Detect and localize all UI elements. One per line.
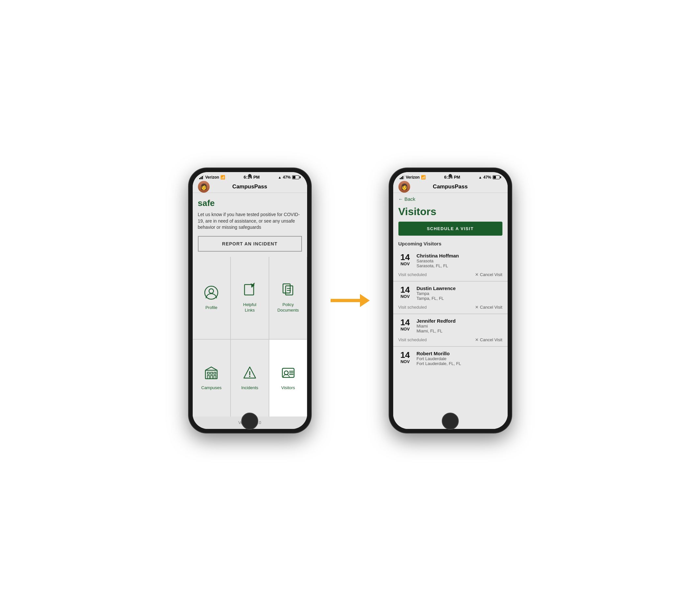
cancel-label-0: Cancel Visit xyxy=(480,272,502,277)
svg-rect-8 xyxy=(207,372,209,374)
profile-icon xyxy=(204,286,219,302)
home-button-2[interactable] xyxy=(442,413,459,429)
menu-item-helpful-links-label: Helpful Links xyxy=(243,302,256,313)
visitor-name-0: Christina Hoffman xyxy=(417,253,502,258)
visitor-month-1: NOV xyxy=(400,294,409,299)
upcoming-visitors-header: Upcoming Visitors xyxy=(393,239,508,249)
cancel-label-1: Cancel Visit xyxy=(480,305,502,310)
safe-description: Let us know if you have tested positive … xyxy=(198,211,302,231)
cancel-label-2: Cancel Visit xyxy=(480,337,502,342)
wifi-icon-2: 📶 xyxy=(421,175,426,180)
cancel-x-icon-0: ✕ xyxy=(475,272,479,277)
battery-pct-2: 47% xyxy=(483,175,491,180)
cancel-visit-0[interactable]: ✕ Cancel Visit xyxy=(475,272,502,277)
visitor-name-1: Dustin Lawrence xyxy=(417,286,502,291)
nav-title-2: CampusPass xyxy=(433,183,468,190)
incidents-icon xyxy=(243,366,257,382)
visitor-month-0: NOV xyxy=(400,261,409,266)
visitor-date-0: 14 NOV xyxy=(398,253,412,266)
menu-item-profile[interactable]: Profile xyxy=(193,257,230,339)
menu-item-campuses[interactable]: Campuses xyxy=(193,340,230,417)
cancel-x-icon-1: ✕ xyxy=(475,305,479,310)
visit-status-1: Visit scheduled xyxy=(398,305,427,310)
visitor-location-2: Miami, FL, FL xyxy=(417,329,502,333)
visitor-name-3: Robert Morillo xyxy=(417,351,502,356)
campuses-icon xyxy=(204,366,219,382)
report-incident-button[interactable]: REPORT AN INCIDENT xyxy=(198,236,302,252)
visitor-info-1: Dustin Lawrence Tampa Tampa, FL, FL xyxy=(417,286,502,301)
phone-1: Verizon 📶 6:14 PM ▲ 47% 👩 C xyxy=(189,168,311,433)
svg-rect-12 xyxy=(210,375,212,379)
visitor-city-1: Tampa xyxy=(417,291,502,296)
battery-pct-1: 47% xyxy=(283,175,291,180)
policy-docs-icon xyxy=(281,283,295,299)
signal-icon-2 xyxy=(400,175,405,179)
svg-point-0 xyxy=(205,286,218,299)
visitor-top-2: 14 NOV Jennifer Redford Miami Miami, FL,… xyxy=(398,318,502,333)
svg-point-15 xyxy=(249,376,250,377)
screen-content-1: safe Let us know if you have tested posi… xyxy=(193,193,307,429)
arrow-container xyxy=(331,291,370,310)
safe-section: safe Let us know if you have tested posi… xyxy=(193,193,307,257)
svg-rect-9 xyxy=(210,372,212,374)
visitor-city-2: Miami xyxy=(417,324,502,329)
screen-content-2: ← Back Visitors SCHEDULE A VISIT Upcomin… xyxy=(393,193,508,429)
avatar-1[interactable]: 👩 xyxy=(198,181,210,192)
status-left-2: Verizon 📶 xyxy=(400,175,426,180)
menu-item-visitors[interactable]: Visitors xyxy=(269,340,307,417)
back-link[interactable]: ← Back xyxy=(393,193,508,203)
visitor-info-0: Christina Hoffman Sarasota Sarasota, FL,… xyxy=(417,253,502,268)
menu-item-incidents[interactable]: Incidents xyxy=(231,340,269,417)
menu-item-helpful-links[interactable]: Helpful Links xyxy=(231,257,269,339)
visitor-day-1: 14 xyxy=(400,286,410,294)
visitors-icon xyxy=(281,366,295,382)
visitor-date-1: 14 NOV xyxy=(398,286,412,299)
menu-item-policy-docs[interactable]: Policy Documents xyxy=(269,257,307,339)
menu-item-visitors-label: Visitors xyxy=(281,385,295,391)
safe-label: safe xyxy=(198,198,302,208)
home-button-1[interactable] xyxy=(241,413,258,429)
location-icon-1: ▲ xyxy=(278,175,282,179)
menu-item-profile-label: Profile xyxy=(205,305,218,311)
visitor-info-2: Jennifer Redford Miami Miami, FL, FL xyxy=(417,318,502,333)
battery-icon-1 xyxy=(292,175,301,179)
visitor-info-3: Robert Morillo Fort Lauderdale Fort Laud… xyxy=(417,351,502,366)
svg-rect-13 xyxy=(214,375,216,379)
visitor-month-2: NOV xyxy=(400,326,409,332)
menu-item-policy-docs-label: Policy Documents xyxy=(277,302,299,313)
camera-2 xyxy=(449,174,452,177)
location-icon-2: ▲ xyxy=(479,175,482,179)
cancel-visit-1[interactable]: ✕ Cancel Visit xyxy=(475,305,502,310)
battery-icon-2 xyxy=(493,175,501,179)
phone-1-screen: Verizon 📶 6:14 PM ▲ 47% 👩 C xyxy=(193,172,307,429)
visitor-bottom-0: Visit scheduled ✕ Cancel Visit xyxy=(398,271,502,277)
schedule-visit-button[interactable]: SCHEDULE A VISIT xyxy=(398,221,502,236)
cancel-visit-2[interactable]: ✕ Cancel Visit xyxy=(475,337,502,342)
nav-bar-2: 👩 CampusPass xyxy=(393,181,508,193)
avatar-2[interactable]: 👩 xyxy=(398,181,410,192)
menu-grid: Profile Helpf xyxy=(193,257,307,417)
camera xyxy=(248,174,251,177)
menu-item-incidents-label: Incidents xyxy=(241,385,258,391)
visitor-day-3: 14 xyxy=(400,351,410,359)
visitor-list: 14 NOV Christina Hoffman Sarasota Saraso… xyxy=(393,249,508,429)
visitor-card-0: 14 NOV Christina Hoffman Sarasota Saraso… xyxy=(393,249,508,281)
visitor-day-2: 14 xyxy=(400,318,410,326)
status-left-1: Verizon 📶 xyxy=(199,175,226,180)
carrier-2: Verizon xyxy=(406,175,420,180)
visit-status-2: Visit scheduled xyxy=(398,337,427,342)
svg-point-1 xyxy=(209,289,214,293)
visit-status-0: Visit scheduled xyxy=(398,272,427,277)
visitor-date-3: 14 NOV xyxy=(398,351,412,364)
status-right-2: ▲ 47% xyxy=(479,175,501,180)
status-right-1: ▲ 47% xyxy=(278,175,301,180)
time-1: 6:14 PM xyxy=(244,175,259,180)
visitors-page-title: Visitors xyxy=(393,203,508,221)
signal-icon xyxy=(199,175,204,179)
avatar-image-1: 👩 xyxy=(198,181,210,192)
wifi-icon-1: 📶 xyxy=(220,175,225,180)
visitor-bottom-1: Visit scheduled ✕ Cancel Visit xyxy=(398,304,502,310)
menu-item-campuses-label: Campuses xyxy=(201,385,221,391)
helpful-links-icon xyxy=(243,283,257,299)
visitor-location-0: Sarasota, FL, FL xyxy=(417,263,502,268)
